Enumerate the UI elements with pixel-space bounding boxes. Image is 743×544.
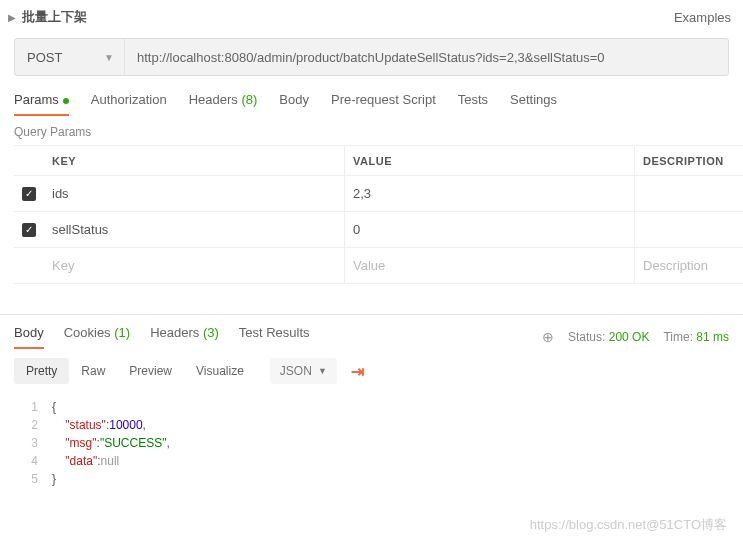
- param-desc-input[interactable]: Description: [634, 248, 743, 283]
- status-label: Status: 200 OK: [568, 330, 649, 344]
- param-key-input[interactable]: Key: [44, 258, 344, 273]
- resp-tab-body[interactable]: Body: [14, 325, 44, 348]
- params-table: KEY VALUE DESCRIPTION ✓ ids 2,3 ✓ sellSt…: [14, 145, 743, 284]
- time-label: Time: 81 ms: [663, 330, 729, 344]
- view-visualize[interactable]: Visualize: [184, 358, 256, 384]
- checkbox[interactable]: ✓: [22, 187, 36, 201]
- tab-prerequest[interactable]: Pre-request Script: [331, 92, 436, 115]
- table-row: ✓ sellStatus 0: [14, 212, 743, 248]
- view-preview[interactable]: Preview: [117, 358, 184, 384]
- param-key[interactable]: ids: [44, 186, 344, 201]
- checkbox[interactable]: ✓: [22, 223, 36, 237]
- request-bar: POST ▼ http://localhost:8080/admin/produ…: [14, 38, 729, 76]
- param-value[interactable]: 2,3: [344, 176, 634, 211]
- col-value: VALUE: [344, 146, 634, 175]
- collapse-icon[interactable]: ▶: [8, 12, 16, 23]
- table-header-row: KEY VALUE DESCRIPTION: [14, 146, 743, 176]
- viewer-toolbar: Pretty Raw Preview Visualize JSON▼ ⇥: [0, 348, 743, 394]
- param-value-input[interactable]: Value: [344, 248, 634, 283]
- param-desc[interactable]: [634, 212, 743, 247]
- wrap-icon[interactable]: ⇥: [351, 362, 364, 381]
- globe-icon[interactable]: ⊕: [542, 329, 554, 345]
- request-tabs: Params Authorization Headers (8) Body Pr…: [0, 76, 743, 115]
- tab-authorization[interactable]: Authorization: [91, 92, 167, 115]
- param-desc[interactable]: [634, 176, 743, 211]
- request-title: 批量上下架: [22, 8, 87, 26]
- resp-tab-headers[interactable]: Headers (3): [150, 325, 219, 348]
- table-row: ✓ ids 2,3: [14, 176, 743, 212]
- view-pretty[interactable]: Pretty: [14, 358, 69, 384]
- table-row-new: Key Value Description: [14, 248, 743, 284]
- method-label: POST: [27, 50, 62, 65]
- resp-tab-cookies[interactable]: Cookies (1): [64, 325, 130, 348]
- response-body[interactable]: 1{ 2 "status": 10000, 3 "msg": "SUCCESS"…: [0, 394, 743, 492]
- format-select[interactable]: JSON▼: [270, 358, 337, 384]
- view-raw[interactable]: Raw: [69, 358, 117, 384]
- tab-body[interactable]: Body: [279, 92, 309, 115]
- examples-link[interactable]: Examples: [674, 10, 731, 25]
- tab-tests[interactable]: Tests: [458, 92, 488, 115]
- resp-tab-results[interactable]: Test Results: [239, 325, 310, 348]
- method-select[interactable]: POST ▼: [15, 39, 125, 75]
- tab-settings[interactable]: Settings: [510, 92, 557, 115]
- chevron-down-icon: ▼: [104, 52, 114, 63]
- col-description: DESCRIPTION: [634, 146, 743, 175]
- chevron-down-icon: ▼: [318, 366, 327, 376]
- url-input[interactable]: http://localhost:8080/admin/product/batc…: [125, 39, 728, 75]
- query-params-label: Query Params: [0, 115, 743, 145]
- col-key: KEY: [44, 155, 344, 167]
- param-key[interactable]: sellStatus: [44, 222, 344, 237]
- tab-params[interactable]: Params: [14, 92, 69, 115]
- tab-headers[interactable]: Headers (8): [189, 92, 258, 115]
- param-value[interactable]: 0: [344, 212, 634, 247]
- watermark: https://blog.csdn.net@51CTO博客: [530, 516, 727, 534]
- response-tabs: Body Cookies (1) Headers (3) Test Result…: [0, 315, 743, 348]
